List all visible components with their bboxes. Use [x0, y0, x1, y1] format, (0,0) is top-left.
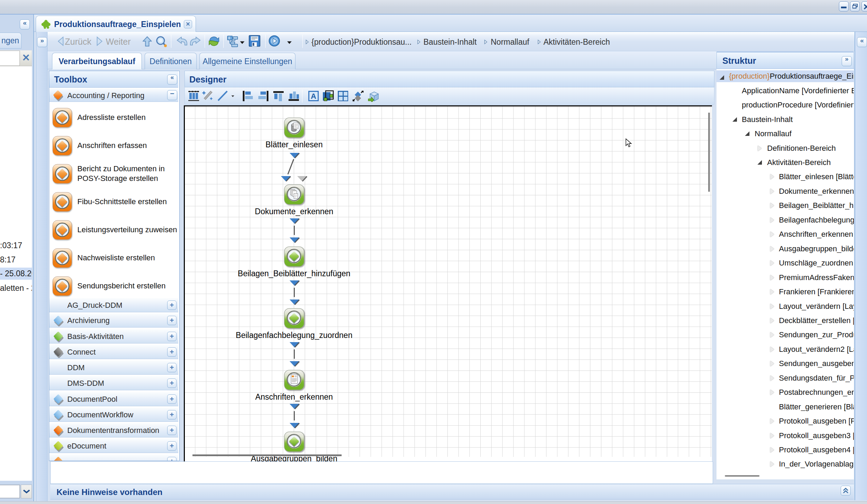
svg-text:A: A [311, 92, 316, 101]
